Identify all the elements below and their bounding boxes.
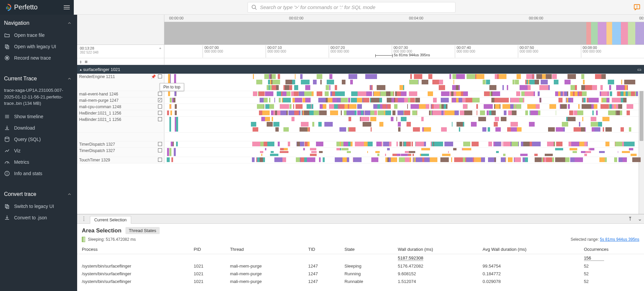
- details-tag[interactable]: Thread States: [125, 227, 160, 234]
- track-name: mali-mem-purge 1247: [79, 98, 156, 103]
- track-checkbox[interactable]: [158, 158, 162, 162]
- sidebar-item-record[interactable]: Record new trace: [0, 52, 77, 64]
- ruler-add-icon[interactable]: +: [159, 46, 161, 50]
- track-label[interactable]: TouchTimer 1329: [77, 157, 164, 163]
- sidebar-item-open-trace[interactable]: Open trace file: [0, 29, 77, 41]
- sidebar-item-download[interactable]: Download: [0, 122, 77, 134]
- track-checkbox[interactable]: [158, 92, 162, 96]
- timeline-icon: [4, 114, 10, 120]
- panel-collapse-icon[interactable]: ⌄: [636, 214, 644, 223]
- table-header[interactable]: Occurrences: [579, 245, 644, 254]
- sidebar-item-info[interactable]: Info and stats: [0, 168, 77, 179]
- table-row[interactable]: /system/bin/surfaceflinger1021mali-mem-p…: [77, 278, 644, 285]
- track-checkbox[interactable]: [158, 98, 162, 102]
- filter-icon[interactable]: ≡: [85, 59, 87, 64]
- sidebar-section-convert[interactable]: Convert trace: [0, 186, 77, 201]
- track-row[interactable]: mali-event-hand 1246: [77, 91, 644, 97]
- track-checkbox[interactable]: [158, 74, 162, 78]
- track-label[interactable]: TimerDispatch 1327: [77, 148, 164, 157]
- table-header[interactable]: Thread: [225, 245, 304, 254]
- track-label[interactable]: mali-cpu-comman 1248: [77, 104, 164, 110]
- track-label[interactable]: HwBinder:1021_1 1256: [77, 110, 164, 116]
- track-checkbox[interactable]: [158, 142, 162, 146]
- overview-selection[interactable]: [164, 22, 586, 45]
- search-input[interactable]: [260, 4, 452, 10]
- overview-data: [586, 22, 644, 45]
- tab-menu-icon[interactable]: ⋮: [79, 216, 89, 222]
- track-row[interactable]: TouchTimer 1329: [77, 157, 644, 163]
- track-label[interactable]: RenderEngine 1211📌: [77, 74, 164, 91]
- svg-line-4: [255, 8, 257, 10]
- search-box[interactable]: [248, 2, 455, 13]
- panel-pin-top-icon[interactable]: ⤒: [626, 214, 634, 223]
- collapse-icon[interactable]: ▭: [637, 67, 641, 72]
- tracks-area[interactable]: RenderEngine 1211📌Pin to topmali-event-h…: [77, 74, 644, 214]
- menu-toggle-icon[interactable]: [64, 4, 70, 10]
- sidebar-section-label: Current Trace: [4, 76, 37, 82]
- sidebar-section-navigation[interactable]: Navigation: [0, 15, 77, 29]
- alert-icon[interactable]: [633, 4, 641, 11]
- sidebar-item-switch-legacy[interactable]: Switch to legacy UI: [0, 201, 77, 212]
- table-header[interactable]: Wall duration (ms): [393, 245, 478, 254]
- table-header[interactable]: Process: [77, 245, 189, 254]
- table-header[interactable]: TID: [304, 245, 340, 254]
- track-content[interactable]: [164, 104, 644, 109]
- brand-area: Perfetto: [0, 0, 74, 15]
- time-ruler[interactable]: + 00:13:28 392 522 048 5s 81ms 944us 395…: [77, 45, 644, 58]
- tick-label: 00:: [639, 16, 644, 20]
- sidebar-item-timeline[interactable]: Show timeline: [0, 111, 77, 122]
- tab-current-selection[interactable]: Current Selection: [90, 216, 131, 224]
- table-row[interactable]: /system/bin/surfaceflinger1021mali-mem-p…: [77, 262, 644, 270]
- track-content[interactable]: [164, 91, 644, 96]
- pin-tooltip: Pin to top: [160, 83, 184, 91]
- track-content[interactable]: [164, 97, 644, 103]
- track-row[interactable]: HwBinder:1021_1 1256: [77, 117, 644, 133]
- track-checkbox[interactable]: [158, 104, 162, 108]
- track-content[interactable]: [164, 74, 644, 90]
- gauge-icon: [4, 159, 10, 165]
- track-row[interactable]: mali-cpu-comman 1248: [77, 104, 644, 110]
- track-name: HwBinder:1021_1 1256: [79, 117, 156, 122]
- collapse-vertical-icon[interactable]: ⇕: [79, 59, 82, 64]
- sidebar-item-label: Open with legacy UI: [14, 44, 56, 49]
- track-checkbox[interactable]: [158, 148, 162, 152]
- track-label[interactable]: mali-event-hand 1246: [77, 91, 164, 97]
- table-row[interactable]: /system/bin/surfaceflinger1021mali-mem-p…: [77, 270, 644, 278]
- track-row[interactable]: TimerDispatch 1327: [77, 141, 644, 148]
- sidebar-item-legacy-ui[interactable]: Open with legacy UI: [0, 41, 77, 52]
- sidebar-section-current-trace[interactable]: Current Trace: [0, 70, 77, 85]
- sidebar-item-convert-json[interactable]: Convert to .json: [0, 212, 77, 223]
- pin-icon[interactable]: 📌: [151, 74, 156, 79]
- track-checkbox[interactable]: [158, 111, 162, 115]
- table-header[interactable]: State: [340, 245, 393, 254]
- selected-range-value[interactable]: 5s 81ms 944us 395ns: [600, 237, 639, 242]
- ruler-tick: 00:07:40000 000 000: [455, 46, 475, 58]
- track-label[interactable]: HwBinder:1021_1 1256: [77, 117, 164, 132]
- track-label[interactable]: TimerDispatch 1327: [77, 141, 164, 147]
- track-content[interactable]: [164, 148, 644, 156]
- track-row[interactable]: TimerDispatch 1327: [77, 148, 644, 157]
- track-content[interactable]: [164, 141, 644, 147]
- track-name: HwBinder:1021_1 1256: [79, 111, 156, 116]
- tool-row: ⇕ ≡: [77, 58, 644, 65]
- sidebar-item-label: Open trace file: [14, 32, 45, 38]
- sidebar-item-viz[interactable]: Viz: [0, 145, 77, 156]
- track-content[interactable]: [164, 110, 644, 116]
- track-row[interactable]: HwBinder:1021_1 1256: [77, 110, 644, 117]
- sidebar-item-label: Metrics: [14, 159, 29, 165]
- track-checkbox[interactable]: [158, 117, 162, 121]
- chevron-up-icon: [67, 192, 72, 197]
- table-header[interactable]: PID: [189, 245, 225, 254]
- track-content[interactable]: [164, 157, 644, 162]
- track-content[interactable]: [164, 117, 644, 132]
- sidebar-item-query[interactable]: Query (SQL): [0, 134, 77, 145]
- track-row[interactable]: mali-mem-purge 1247: [77, 97, 644, 104]
- track-row[interactable]: RenderEngine 1211📌Pin to top: [77, 74, 644, 91]
- process-header[interactable]: ▴ surfaceflinger 1021 ▭: [77, 65, 644, 74]
- chart-icon: [4, 148, 10, 154]
- thread-states-table: ProcessPIDThreadTIDStateWall duration (m…: [77, 245, 644, 285]
- sidebar-item-metrics[interactable]: Metrics: [0, 156, 77, 168]
- overview-minimap[interactable]: 00:00:00 00:02:00 00:04:00 00:06:00 00:: [77, 15, 644, 45]
- table-header[interactable]: Avg Wall duration (ms): [478, 245, 579, 254]
- track-label[interactable]: mali-mem-purge 1247: [77, 97, 164, 103]
